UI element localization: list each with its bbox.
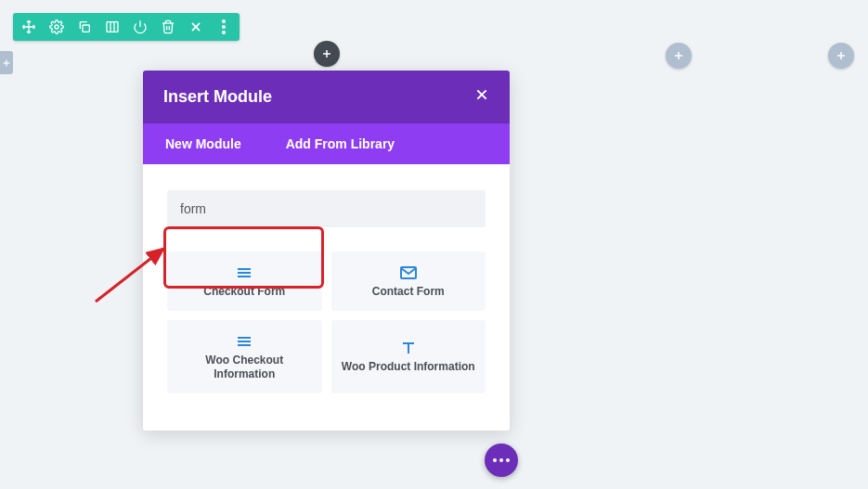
svg-point-0 <box>55 25 58 29</box>
module-label: Checkout Form <box>203 285 285 300</box>
close-icon[interactable] <box>188 19 204 35</box>
add-module-button-2[interactable] <box>828 43 854 69</box>
add-module-button-1[interactable] <box>666 43 692 69</box>
svg-point-10 <box>222 31 226 34</box>
module-contact-form[interactable]: Contact Form <box>331 251 486 311</box>
svg-rect-2 <box>107 22 118 32</box>
module-search-input[interactable] <box>167 190 486 227</box>
svg-point-9 <box>222 25 226 29</box>
module-label: Woo Product Information <box>342 360 475 375</box>
module-checkout-form[interactable]: Checkout Form <box>167 251 322 311</box>
builder-fab[interactable] <box>485 444 518 477</box>
move-icon[interactable] <box>20 19 37 35</box>
envelope-icon <box>400 264 417 281</box>
modal-body: Checkout Form Contact Form Woo Checkout … <box>143 164 510 431</box>
section-toolbar <box>13 13 240 41</box>
svg-point-32 <box>493 458 497 462</box>
module-woo-product-info[interactable]: Woo Product Information <box>331 320 486 393</box>
modal-tabs: New Module Add From Library <box>143 123 510 164</box>
modal-header: Insert Module <box>143 71 510 123</box>
svg-rect-1 <box>83 25 89 32</box>
power-icon[interactable] <box>132 19 149 35</box>
tab-add-from-library[interactable]: Add From Library <box>264 123 417 164</box>
svg-point-8 <box>222 19 226 23</box>
tab-new-module[interactable]: New Module <box>143 123 264 164</box>
svg-point-33 <box>499 458 503 462</box>
duplicate-icon[interactable] <box>76 19 93 35</box>
modal-title: Insert Module <box>163 87 272 107</box>
module-label: Woo Checkout Information <box>176 354 313 382</box>
add-section-tab[interactable] <box>0 51 13 74</box>
module-woo-checkout-info[interactable]: Woo Checkout Information <box>167 320 322 393</box>
list-lines-icon <box>237 333 252 350</box>
gear-icon[interactable] <box>48 19 65 35</box>
trash-icon[interactable] <box>160 19 176 35</box>
more-icon[interactable] <box>215 19 232 35</box>
modal-close-icon[interactable] <box>474 87 489 107</box>
svg-point-34 <box>506 458 510 462</box>
add-row-button[interactable] <box>314 41 340 67</box>
module-label: Contact Form <box>372 285 445 300</box>
module-grid: Checkout Form Contact Form Woo Checkout … <box>167 251 486 393</box>
insert-module-modal: Insert Module New Module Add From Librar… <box>143 71 510 431</box>
columns-icon[interactable] <box>104 19 121 35</box>
text-t-icon <box>401 340 416 356</box>
list-lines-icon <box>237 264 252 281</box>
